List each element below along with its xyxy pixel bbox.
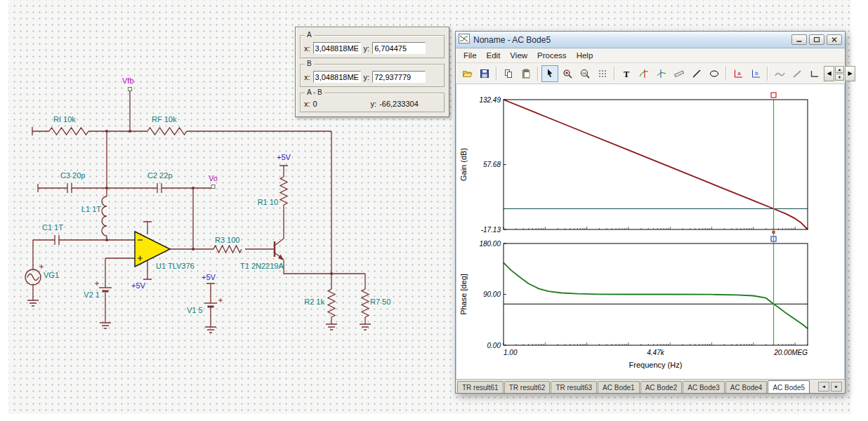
zoom-100-button[interactable]: 100	[577, 65, 593, 82]
close-button[interactable]	[827, 34, 842, 45]
label-c2: C2 22p	[147, 171, 172, 180]
ruler-tool-button[interactable]	[671, 65, 688, 82]
tab-ac-bode2[interactable]: AC Bode2	[640, 381, 683, 393]
maximize-button[interactable]	[809, 34, 824, 45]
label-r7: R7 50	[370, 298, 390, 306]
component-opamp-u1[interactable]: U1 TLV376	[135, 232, 195, 270]
ruler-icon	[674, 69, 684, 79]
trace-cursor-a-icon	[639, 69, 649, 79]
component-vg1[interactable]: VG1	[25, 265, 59, 285]
tab-ac-bode5[interactable]: AC Bode5	[768, 380, 810, 393]
label-l1: L1 1T	[81, 205, 101, 213]
cursor-b-tool-button[interactable]	[653, 65, 670, 82]
label-vg1: VG1	[44, 271, 59, 279]
phase-y-tick-label: 90.00	[483, 290, 501, 298]
bode-chart-svg[interactable]: 132.4957.68-17.13Gain (dB)180.0090.000.0…	[456, 84, 844, 379]
rail-label-opamp: +5V	[131, 281, 146, 290]
select-arrow-icon	[545, 68, 555, 79]
save-button[interactable]	[476, 65, 493, 82]
smooth-curve-button[interactable]	[771, 65, 788, 82]
component-r1[interactable]: R1 10	[258, 177, 287, 206]
spinner-down-button[interactable]: ▼	[835, 74, 844, 81]
cursor-b-group-label: B	[305, 60, 314, 67]
tab-tr-result62[interactable]: TR result62	[504, 381, 551, 393]
phase-x-tick-label: 20.00MEG	[773, 349, 808, 356]
label-r3: R3 100	[215, 236, 239, 244]
toolbar-separator	[767, 67, 768, 81]
tabs-scroll-left-button[interactable]: ◂	[818, 382, 829, 392]
tab-ac-bode4[interactable]: AC Bode4	[725, 381, 768, 393]
component-c2[interactable]: C2 22p	[147, 171, 172, 193]
component-v2[interactable]: V2 1	[84, 281, 112, 299]
slope-tool-button[interactable]	[789, 65, 805, 82]
gain-y-tick-label: -17.13	[481, 226, 501, 234]
window-icon	[459, 34, 470, 46]
menu-bar: File Edit View Process Help	[456, 48, 845, 63]
menu-item-process[interactable]: Process	[532, 50, 572, 61]
tab-tr-result63[interactable]: TR result63	[551, 381, 597, 393]
select-tool-button[interactable]	[541, 65, 558, 82]
menu-item-edit[interactable]: Edit	[482, 50, 506, 61]
minimize-button[interactable]	[791, 34, 807, 45]
net-label-vo[interactable]: Vo	[209, 174, 218, 189]
curve-spinner: ▲ ▼	[835, 66, 844, 81]
zoom-100-icon: 100	[580, 69, 590, 79]
component-transistor-t1[interactable]: T1 2N2219A	[240, 205, 284, 270]
prev-curve-button[interactable]: ◀	[824, 66, 834, 81]
cursor-a-y-input[interactable]	[372, 42, 426, 54]
zoom-in-button[interactable]	[559, 65, 576, 82]
tab-ac-bode1[interactable]: AC Bode1	[598, 381, 640, 393]
bode-plot-area[interactable]: 132.4957.68-17.13Gain (dB)180.0090.000.0…	[456, 84, 844, 379]
cursor-a-x-input[interactable]	[313, 42, 361, 54]
phase-x-tick-label: 1.00	[504, 349, 518, 356]
marker-a-button[interactable]: a	[730, 65, 747, 82]
tabs-scroll-right-button[interactable]: ▸	[831, 382, 842, 392]
phase-y-tick-label: 0.00	[487, 342, 501, 349]
component-c3[interactable]: C3 20p	[60, 171, 85, 193]
gain-cursor-handle[interactable]	[771, 93, 776, 98]
component-r2[interactable]: R2 1k	[304, 289, 335, 317]
menu-item-help[interactable]: Help	[572, 50, 598, 61]
cursor-b-y-label: y:	[364, 73, 370, 81]
phase-y-tick-label: 180.00	[479, 240, 501, 248]
label-r1: R1 10	[258, 198, 278, 206]
component-rf[interactable]: RF 10k	[147, 115, 187, 135]
spinner-up-button[interactable]: ▲	[835, 66, 844, 73]
svg-text:T: T	[624, 69, 629, 79]
component-r3[interactable]: R3 100	[213, 236, 242, 253]
component-v1[interactable]: V1 5	[187, 298, 223, 314]
cursor-b-x-input[interactable]	[313, 71, 361, 83]
line-tool-icon	[692, 69, 702, 79]
window-title: Noname - AC Bode5	[473, 35, 789, 45]
cursor-a-x-label: x:	[304, 44, 310, 53]
open-button[interactable]	[459, 65, 475, 82]
ellipse-tool-button[interactable]	[706, 65, 723, 82]
line-tool-button[interactable]	[688, 65, 705, 82]
component-c1[interactable]: C1 1T	[42, 223, 63, 245]
component-l1[interactable]: L1 1T	[81, 196, 107, 236]
copy-button[interactable]	[500, 65, 517, 82]
gain-plot-area[interactable]	[504, 100, 808, 229]
paste-icon	[521, 69, 531, 79]
marker-b-button[interactable]: b	[747, 65, 764, 82]
component-r7[interactable]: R7 50	[362, 289, 390, 317]
toolbar-separator	[614, 67, 615, 81]
label-c1: C1 1T	[42, 223, 63, 232]
svg-text:Vfb: Vfb	[122, 76, 134, 85]
component-ri[interactable]: RI 10k	[49, 115, 88, 135]
cursor-b-y-input[interactable]	[372, 71, 426, 83]
net-label-vfb[interactable]: Vfb	[122, 76, 134, 91]
corner-tool-button[interactable]	[806, 65, 823, 82]
window-titlebar[interactable]: Noname - AC Bode5	[456, 32, 845, 48]
menu-item-file[interactable]: File	[459, 50, 482, 61]
next-curve-button[interactable]: ▶	[845, 66, 855, 81]
text-tool-button[interactable]: T	[618, 65, 635, 82]
tab-tr-result61[interactable]: TR result61	[457, 381, 504, 393]
cursor-a-tool-button[interactable]	[636, 65, 652, 82]
tab-ac-bode3[interactable]: AC Bode3	[683, 381, 725, 393]
label-c3: C3 20p	[60, 171, 85, 180]
grid-toggle-button[interactable]	[594, 65, 611, 82]
menu-item-view[interactable]: View	[505, 50, 532, 61]
paste-button[interactable]	[518, 65, 534, 82]
cursor-readout-panel: A x: y: B x: y: A - B x: 0 y: -66,233304	[295, 27, 449, 117]
